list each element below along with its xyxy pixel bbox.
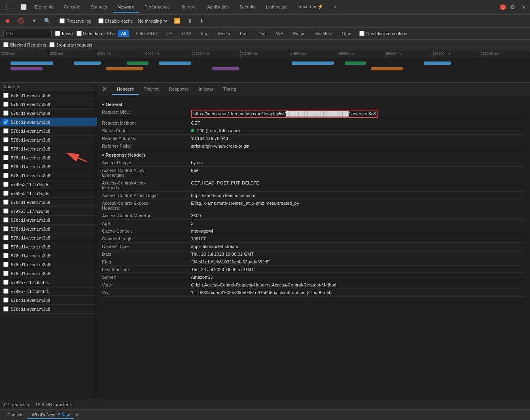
filter-type-css[interactable]: CSS [179, 30, 195, 37]
bottom-tab-console[interactable]: Console [3, 411, 28, 419]
filter-type-all[interactable]: All [118, 30, 129, 37]
item-checkbox-14[interactable] [3, 217, 8, 223]
item-checkbox-21[interactable] [3, 280, 8, 285]
list-item[interactable]: 578cd1-event.m3u8 [0, 305, 97, 314]
item-checkbox-17[interactable] [3, 244, 8, 249]
tab-application[interactable]: Application [202, 2, 234, 13]
item-checkbox-1[interactable] [3, 102, 8, 107]
item-checkbox-4[interactable] [3, 128, 8, 134]
list-item[interactable]: 578cd1-event.m3u8 [0, 171, 97, 180]
list-item[interactable]: 578cd1-event.m3u8 [0, 109, 97, 118]
filter-type-doc[interactable]: Doc [255, 30, 270, 37]
tab-lighthouse[interactable]: Lighthouse [261, 2, 293, 13]
item-checkbox-11[interactable] [3, 191, 8, 196]
hide-data-urls-checkbox[interactable]: Hide data URLs [76, 31, 115, 36]
item-checkbox-22[interactable] [3, 288, 8, 294]
detail-tab-preview[interactable]: Preview [139, 84, 164, 95]
item-checkbox-9[interactable] [3, 173, 8, 178]
list-item[interactable]: 578cd1-event.m3u8 [0, 216, 97, 225]
filter-type-manifest[interactable]: Manifest [312, 30, 335, 37]
list-item[interactable]: v79957.117.bhfd.ts [0, 278, 97, 287]
filter-type-font[interactable]: Font [237, 30, 252, 37]
blocked-requests-checkbox[interactable]: Blocked Requests [3, 42, 46, 47]
item-checkbox-13[interactable] [3, 208, 8, 214]
upload-icon[interactable]: ⬆ [186, 17, 194, 25]
list-item[interactable]: 578cd1-event.m3u8 [0, 251, 97, 260]
tab-console[interactable]: Console [59, 2, 85, 13]
list-item[interactable]: 578cd1-event.m3u8 [0, 233, 97, 242]
list-item[interactable]: 578cd1-event.m3u8 [0, 260, 97, 269]
item-checkbox-18[interactable] [3, 253, 8, 258]
filter-type-js[interactable]: JS [164, 30, 176, 37]
filter-type-media[interactable]: Media [215, 30, 233, 37]
item-checkbox-6[interactable] [3, 146, 8, 151]
list-item[interactable]: v79953.117.h1wj.ts [0, 180, 97, 189]
search-icon[interactable]: 🔍 [42, 17, 53, 25]
detail-tab-response[interactable]: Response [164, 84, 194, 95]
detail-tab-headers[interactable]: Headers [112, 84, 139, 95]
close-devtools-icon[interactable]: ✕ [519, 2, 528, 12]
list-item[interactable]: 578cd1-event.m3u8 [0, 242, 97, 251]
list-header[interactable]: Name ▼ [0, 83, 97, 91]
tab-security[interactable]: Security [234, 2, 260, 13]
download-icon[interactable]: ⬇ [197, 17, 206, 25]
third-party-checkbox[interactable]: 3rd-party requests [49, 42, 92, 47]
detail-tab-initiator[interactable]: Initiator [194, 84, 218, 95]
list-item[interactable]: 578cd1-event.m3u8 [0, 153, 97, 162]
has-blocked-cookies-checkbox[interactable]: Has blocked cookies [359, 31, 407, 36]
list-item[interactable]: 578cd1-event.m3u8 [0, 91, 97, 100]
filter-type-other[interactable]: Other [339, 30, 356, 37]
item-checkbox-8[interactable] [3, 164, 8, 169]
filter-input[interactable] [3, 30, 52, 37]
preserve-log-checkbox[interactable]: Preserve log [59, 18, 91, 23]
list-item[interactable]: 578cd1-event.m3u8 [0, 225, 97, 233]
item-checkbox-23[interactable] [3, 297, 8, 303]
filter-type-ws[interactable]: WS [273, 30, 287, 37]
list-item-selected[interactable]: 578cd1-event.m3u8 [0, 118, 97, 127]
request-list[interactable]: 578cd1-event.m3u8 578cd1-event.m3u8 578c… [0, 91, 97, 399]
item-checkbox-12[interactable] [3, 199, 8, 205]
list-item[interactable]: v79957.117.bhfd.ts [0, 287, 97, 296]
tab-network[interactable]: Network [113, 2, 139, 13]
response-headers-section-header[interactable]: Response Headers [102, 150, 525, 159]
item-checkbox-2[interactable] [3, 110, 8, 116]
list-item[interactable]: 578cd1-event.m3u8 [0, 136, 97, 144]
tab-elements[interactable]: Elements [30, 2, 58, 13]
tab-recorder[interactable]: Recorder ⚡ [293, 2, 328, 13]
dock-icon[interactable]: ⬜ [18, 2, 29, 12]
wifi-icon[interactable]: 📶 [172, 17, 182, 25]
invert-checkbox[interactable]: Invert [55, 31, 73, 36]
throttling-select[interactable]: No throttling [136, 18, 169, 24]
item-checkbox-3[interactable] [3, 119, 8, 125]
item-checkbox-16[interactable] [3, 235, 8, 240]
bottom-tab-whats-new[interactable]: What's New 5 New [28, 411, 74, 419]
detail-tab-timing[interactable]: Timing [218, 84, 241, 95]
list-item[interactable]: 578cd1-event.m3u8 [0, 144, 97, 153]
list-item[interactable]: 578cd1-event.m3u8 [0, 269, 97, 278]
list-item[interactable]: 578cd1-event.m3u8 [0, 127, 97, 136]
tab-sources[interactable]: Sources [86, 2, 112, 13]
item-checkbox-0[interactable] [3, 93, 8, 98]
clear-button[interactable]: 🚫 [16, 17, 26, 25]
general-section-header[interactable]: General [102, 100, 525, 108]
item-checkbox-7[interactable] [3, 155, 8, 160]
list-item[interactable]: v79953.117.h1wj.ts [0, 207, 97, 216]
disable-cache-checkbox[interactable]: Disable cache [98, 18, 133, 23]
filter-icon[interactable]: ▼ [30, 17, 39, 25]
settings-icon[interactable]: ⚙ [508, 2, 517, 12]
record-button[interactable]: ⏺ [3, 17, 13, 25]
tab-more[interactable]: » [329, 2, 341, 13]
item-checkbox-10[interactable] [3, 182, 8, 187]
item-checkbox-19[interactable] [3, 262, 8, 267]
filter-type-fetch-xhr[interactable]: Fetch/XHR [132, 30, 161, 37]
list-item[interactable]: v79953.117.h1wj.ts [0, 189, 97, 198]
tab-memory[interactable]: Memory [176, 2, 201, 13]
item-checkbox-24[interactable] [3, 306, 8, 312]
item-checkbox-15[interactable] [3, 226, 8, 231]
bottom-tab-close-button[interactable]: ✕ [75, 412, 79, 418]
list-item[interactable]: 578cd1-event.m3u8 [0, 100, 97, 109]
item-checkbox-5[interactable] [3, 137, 8, 142]
tab-performance[interactable]: Performance [140, 2, 175, 13]
devtools-menu-icon[interactable]: ⋮⋮ [2, 2, 17, 12]
list-item[interactable]: 578cd1-event.m3u8 [0, 296, 97, 305]
